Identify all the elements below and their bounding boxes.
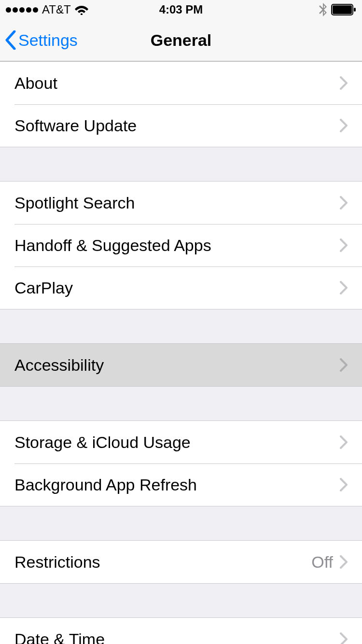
settings-group: Spotlight Search Handoff & Suggested App… [0, 181, 362, 309]
row-value: Off [311, 553, 333, 572]
row-background-app-refresh[interactable]: Background App Refresh [0, 463, 362, 506]
row-handoff-suggested-apps[interactable]: Handoff & Suggested Apps [0, 224, 362, 266]
svg-rect-1 [333, 5, 352, 14]
row-label: Date & Time [14, 630, 340, 644]
chevron-right-icon [340, 632, 348, 644]
settings-group: Date & Time [0, 617, 362, 644]
settings-group: Accessibility [0, 343, 362, 387]
row-spotlight-search[interactable]: Spotlight Search [0, 182, 362, 224]
signal-strength-icon [6, 7, 38, 13]
back-label: Settings [18, 31, 78, 50]
group-spacer [0, 506, 362, 540]
status-bar: AT&T 4:03 PM [0, 0, 362, 19]
group-spacer [0, 147, 362, 181]
row-label: Restrictions [14, 553, 311, 572]
group-spacer [0, 309, 362, 343]
status-time: 4:03 PM [159, 3, 203, 16]
row-label: Spotlight Search [14, 194, 340, 212]
row-label: Background App Refresh [14, 476, 340, 494]
settings-group: Storage & iCloud Usage Background App Re… [0, 420, 362, 506]
row-carplay[interactable]: CarPlay [0, 266, 362, 309]
row-date-time[interactable]: Date & Time [0, 618, 362, 644]
back-button[interactable]: Settings [5, 30, 78, 50]
group-spacer [0, 584, 362, 617]
chevron-right-icon [340, 358, 348, 372]
settings-group: Restrictions Off [0, 540, 362, 584]
row-label: CarPlay [14, 279, 340, 297]
bluetooth-icon [319, 3, 327, 16]
status-left: AT&T [6, 3, 88, 16]
chevron-right-icon [340, 238, 348, 252]
status-right [319, 3, 356, 16]
chevron-left-icon [5, 30, 16, 50]
battery-icon [331, 4, 356, 15]
svg-rect-2 [354, 8, 356, 12]
row-label: Software Update [14, 116, 340, 135]
carrier-label: AT&T [42, 3, 71, 16]
row-about[interactable]: About [0, 62, 362, 104]
row-label: Storage & iCloud Usage [14, 433, 340, 452]
wifi-icon [75, 4, 88, 15]
row-label: About [14, 74, 340, 93]
row-accessibility[interactable]: Accessibility [0, 344, 362, 386]
chevron-right-icon [340, 478, 348, 491]
chevron-right-icon [340, 435, 348, 449]
content: About Software Update Spotlight Search H… [0, 61, 362, 644]
settings-group: About Software Update [0, 61, 362, 147]
row-storage-icloud-usage[interactable]: Storage & iCloud Usage [0, 421, 362, 463]
row-software-update[interactable]: Software Update [0, 104, 362, 147]
row-restrictions[interactable]: Restrictions Off [0, 541, 362, 583]
chevron-right-icon [340, 76, 348, 90]
navigation-bar: Settings General [0, 19, 362, 61]
chevron-right-icon [340, 196, 348, 210]
page-title: General [151, 31, 212, 50]
chevron-right-icon [340, 281, 348, 294]
group-spacer [0, 387, 362, 420]
chevron-right-icon [340, 555, 348, 569]
row-label: Accessibility [14, 356, 340, 375]
chevron-right-icon [340, 119, 348, 132]
row-label: Handoff & Suggested Apps [14, 236, 340, 255]
